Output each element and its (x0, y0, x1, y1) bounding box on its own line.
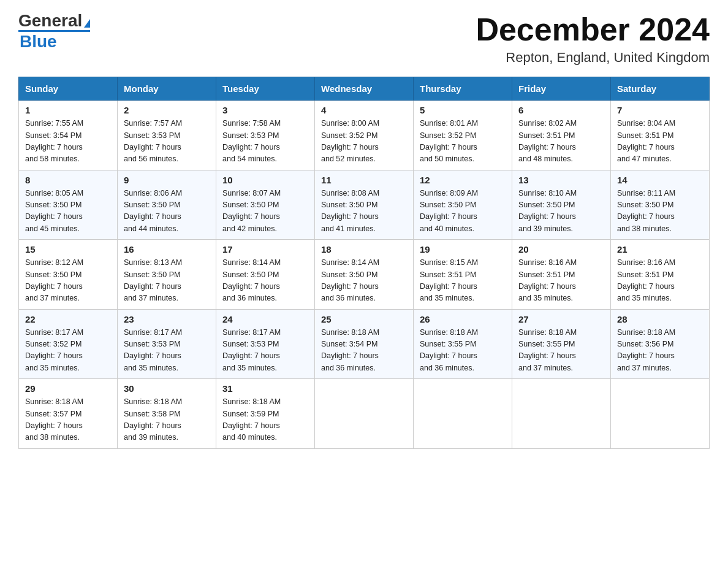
column-header-friday: Friday (512, 77, 611, 101)
day-number: 23 (124, 314, 210, 324)
calendar-day-cell: 18 Sunrise: 8:14 AM Sunset: 3:50 PM Dayl… (315, 240, 414, 310)
day-info: Sunrise: 8:02 AM Sunset: 3:51 PM Dayligh… (518, 118, 604, 166)
day-info: Sunrise: 8:18 AM Sunset: 3:55 PM Dayligh… (518, 327, 604, 375)
calendar-day-cell: 6 Sunrise: 8:02 AM Sunset: 3:51 PM Dayli… (512, 101, 611, 170)
day-info: Sunrise: 8:18 AM Sunset: 3:59 PM Dayligh… (222, 396, 308, 444)
day-number: 25 (321, 314, 407, 324)
day-number: 5 (420, 105, 506, 115)
calendar-day-cell (414, 379, 512, 449)
calendar-day-cell: 9 Sunrise: 8:06 AM Sunset: 3:50 PM Dayli… (118, 170, 216, 240)
day-info: Sunrise: 8:05 AM Sunset: 3:50 PM Dayligh… (25, 188, 111, 236)
calendar-day-cell: 16 Sunrise: 8:13 AM Sunset: 3:50 PM Dayl… (118, 240, 216, 310)
calendar-day-cell: 12 Sunrise: 8:09 AM Sunset: 3:50 PM Dayl… (414, 170, 512, 240)
day-info: Sunrise: 8:14 AM Sunset: 3:50 PM Dayligh… (321, 257, 407, 305)
day-number: 16 (124, 244, 210, 255)
calendar-day-cell: 27 Sunrise: 8:18 AM Sunset: 3:55 PM Dayl… (512, 309, 611, 379)
day-info: Sunrise: 8:00 AM Sunset: 3:52 PM Dayligh… (321, 118, 407, 166)
logo: General Blue (18, 12, 90, 50)
day-number: 21 (617, 244, 703, 255)
calendar-day-cell (315, 379, 414, 449)
calendar-table: SundayMondayTuesdayWednesdayThursdayFrid… (18, 77, 710, 449)
day-info: Sunrise: 7:55 AM Sunset: 3:54 PM Dayligh… (25, 118, 111, 166)
day-info: Sunrise: 8:11 AM Sunset: 3:50 PM Dayligh… (617, 188, 703, 236)
calendar-day-cell: 21 Sunrise: 8:16 AM Sunset: 3:51 PM Dayl… (611, 240, 710, 310)
day-number: 18 (321, 244, 407, 255)
day-info: Sunrise: 7:57 AM Sunset: 3:53 PM Dayligh… (124, 118, 210, 166)
day-number: 26 (420, 314, 506, 324)
day-number: 31 (222, 383, 308, 394)
day-number: 22 (25, 314, 111, 324)
calendar-week-row: 22 Sunrise: 8:17 AM Sunset: 3:52 PM Dayl… (19, 309, 710, 379)
calendar-header-row: SundayMondayTuesdayWednesdayThursdayFrid… (19, 77, 710, 101)
calendar-day-cell: 4 Sunrise: 8:00 AM Sunset: 3:52 PM Dayli… (315, 101, 414, 170)
day-info: Sunrise: 8:08 AM Sunset: 3:50 PM Dayligh… (321, 188, 407, 236)
calendar-day-cell: 14 Sunrise: 8:11 AM Sunset: 3:50 PM Dayl… (611, 170, 710, 240)
calendar-day-cell (611, 379, 710, 449)
day-info: Sunrise: 8:18 AM Sunset: 3:56 PM Dayligh… (617, 327, 703, 375)
day-number: 4 (321, 105, 407, 115)
calendar-day-cell: 3 Sunrise: 7:58 AM Sunset: 3:53 PM Dayli… (216, 101, 315, 170)
day-info: Sunrise: 8:14 AM Sunset: 3:50 PM Dayligh… (222, 257, 308, 305)
day-number: 24 (222, 314, 308, 324)
calendar-day-cell: 2 Sunrise: 7:57 AM Sunset: 3:53 PM Dayli… (118, 101, 216, 170)
day-number: 14 (617, 175, 703, 185)
calendar-day-cell: 19 Sunrise: 8:15 AM Sunset: 3:51 PM Dayl… (414, 240, 512, 310)
day-info: Sunrise: 8:17 AM Sunset: 3:52 PM Dayligh… (25, 327, 111, 375)
day-number: 28 (617, 314, 703, 324)
day-number: 2 (124, 105, 210, 115)
logo-text: General (18, 12, 90, 29)
day-info: Sunrise: 8:13 AM Sunset: 3:50 PM Dayligh… (124, 257, 210, 305)
day-info: Sunrise: 8:09 AM Sunset: 3:50 PM Dayligh… (420, 188, 506, 236)
day-number: 30 (124, 383, 210, 394)
calendar-day-cell: 31 Sunrise: 8:18 AM Sunset: 3:59 PM Dayl… (216, 379, 315, 449)
day-number: 13 (518, 175, 604, 185)
day-number: 11 (321, 175, 407, 185)
day-info: Sunrise: 8:17 AM Sunset: 3:53 PM Dayligh… (124, 327, 210, 375)
calendar-day-cell: 20 Sunrise: 8:16 AM Sunset: 3:51 PM Dayl… (512, 240, 611, 310)
logo-triangle-icon (84, 19, 90, 28)
logo-blue-text: Blue (20, 33, 57, 50)
day-number: 8 (25, 175, 111, 185)
calendar-day-cell: 11 Sunrise: 8:08 AM Sunset: 3:50 PM Dayl… (315, 170, 414, 240)
day-number: 27 (518, 314, 604, 324)
calendar-day-cell: 26 Sunrise: 8:18 AM Sunset: 3:55 PM Dayl… (414, 309, 512, 379)
day-number: 20 (518, 244, 604, 255)
day-number: 9 (124, 175, 210, 185)
column-header-wednesday: Wednesday (315, 77, 414, 101)
title-area: December 2024 Repton, England, United Ki… (476, 12, 710, 66)
calendar-day-cell: 30 Sunrise: 8:18 AM Sunset: 3:58 PM Dayl… (118, 379, 216, 449)
day-number: 7 (617, 105, 703, 115)
calendar-day-cell (512, 379, 611, 449)
calendar-day-cell: 1 Sunrise: 7:55 AM Sunset: 3:54 PM Dayli… (19, 101, 118, 170)
day-number: 10 (222, 175, 308, 185)
page-title: December 2024 (476, 12, 710, 47)
column-header-thursday: Thursday (414, 77, 512, 101)
day-number: 6 (518, 105, 604, 115)
calendar-day-cell: 23 Sunrise: 8:17 AM Sunset: 3:53 PM Dayl… (118, 309, 216, 379)
day-number: 19 (420, 244, 506, 255)
day-info: Sunrise: 8:16 AM Sunset: 3:51 PM Dayligh… (518, 257, 604, 305)
day-info: Sunrise: 8:15 AM Sunset: 3:51 PM Dayligh… (420, 257, 506, 305)
day-info: Sunrise: 8:01 AM Sunset: 3:52 PM Dayligh… (420, 118, 506, 166)
day-info: Sunrise: 8:07 AM Sunset: 3:50 PM Dayligh… (222, 188, 308, 236)
day-number: 3 (222, 105, 308, 115)
day-info: Sunrise: 8:16 AM Sunset: 3:51 PM Dayligh… (617, 257, 703, 305)
calendar-week-row: 1 Sunrise: 7:55 AM Sunset: 3:54 PM Dayli… (19, 101, 710, 170)
column-header-sunday: Sunday (19, 77, 118, 101)
column-header-tuesday: Tuesday (216, 77, 315, 101)
day-info: Sunrise: 8:17 AM Sunset: 3:53 PM Dayligh… (222, 327, 308, 375)
calendar-day-cell: 24 Sunrise: 8:17 AM Sunset: 3:53 PM Dayl… (216, 309, 315, 379)
calendar-day-cell: 8 Sunrise: 8:05 AM Sunset: 3:50 PM Dayli… (19, 170, 118, 240)
calendar-week-row: 15 Sunrise: 8:12 AM Sunset: 3:50 PM Dayl… (19, 240, 710, 310)
calendar-day-cell: 17 Sunrise: 8:14 AM Sunset: 3:50 PM Dayl… (216, 240, 315, 310)
day-number: 29 (25, 383, 111, 394)
calendar-day-cell: 25 Sunrise: 8:18 AM Sunset: 3:54 PM Dayl… (315, 309, 414, 379)
calendar-week-row: 29 Sunrise: 8:18 AM Sunset: 3:57 PM Dayl… (19, 379, 710, 449)
day-info: Sunrise: 7:58 AM Sunset: 3:53 PM Dayligh… (222, 118, 308, 166)
calendar-day-cell: 7 Sunrise: 8:04 AM Sunset: 3:51 PM Dayli… (611, 101, 710, 170)
day-number: 15 (25, 244, 111, 255)
calendar-day-cell: 10 Sunrise: 8:07 AM Sunset: 3:50 PM Dayl… (216, 170, 315, 240)
page-header: General Blue December 2024 Repton, Engla… (18, 12, 710, 66)
calendar-day-cell: 28 Sunrise: 8:18 AM Sunset: 3:56 PM Dayl… (611, 309, 710, 379)
calendar-day-cell: 5 Sunrise: 8:01 AM Sunset: 3:52 PM Dayli… (414, 101, 512, 170)
